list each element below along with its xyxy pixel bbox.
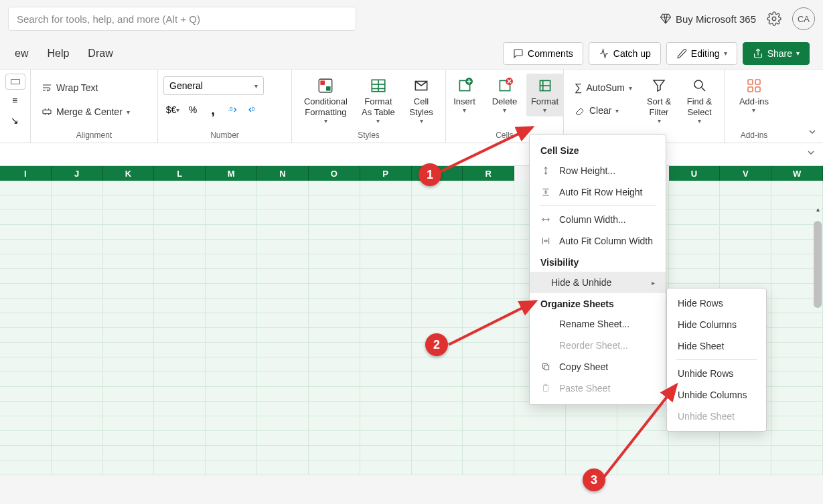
cell[interactable] <box>206 416 257 431</box>
cell[interactable] <box>52 181 103 195</box>
cell[interactable] <box>257 460 309 475</box>
find-select-button[interactable]: Find & Select▾ <box>680 74 719 127</box>
cell[interactable] <box>360 210 412 225</box>
orientation-button[interactable]: ↘ <box>5 111 24 130</box>
cell[interactable] <box>52 446 103 460</box>
accounting-format-button[interactable]: $€▾ <box>163 100 182 119</box>
cell[interactable] <box>103 416 155 431</box>
cell[interactable] <box>669 431 721 446</box>
cell[interactable] <box>257 299 309 313</box>
cell[interactable] <box>257 313 309 328</box>
decrease-decimal-button[interactable]: .0 <box>244 100 263 119</box>
cell[interactable] <box>0 254 52 269</box>
cell[interactable] <box>206 254 257 269</box>
cell[interactable] <box>412 387 463 402</box>
percent-format-button[interactable]: % <box>183 100 202 119</box>
cell[interactable] <box>154 343 206 357</box>
cell[interactable] <box>309 431 360 446</box>
cell[interactable] <box>720 225 771 240</box>
cell[interactable] <box>771 416 823 431</box>
cell[interactable] <box>309 225 360 240</box>
cell[interactable] <box>309 254 360 269</box>
cell[interactable] <box>309 402 360 416</box>
cell[interactable] <box>360 254 412 269</box>
cell[interactable] <box>52 372 103 387</box>
column-header[interactable]: I <box>0 166 52 181</box>
cell[interactable] <box>154 431 206 446</box>
tab-help[interactable]: Help <box>38 42 78 65</box>
cell[interactable] <box>206 181 257 195</box>
cell[interactable] <box>771 313 823 328</box>
cell[interactable] <box>720 195 771 210</box>
cell-styles-button[interactable]: Cell Styles▾ <box>402 74 440 127</box>
cell[interactable] <box>463 460 514 475</box>
cell[interactable] <box>669 269 721 284</box>
cell[interactable] <box>257 416 309 431</box>
cell[interactable] <box>771 181 823 195</box>
cell[interactable] <box>52 402 103 416</box>
cell[interactable] <box>206 210 257 225</box>
formula-bar-expand[interactable] <box>806 147 816 158</box>
column-header[interactable]: R <box>463 166 514 181</box>
cell[interactable] <box>771 387 823 402</box>
scrollbar-thumb[interactable] <box>814 221 822 308</box>
cell[interactable] <box>463 387 514 402</box>
cell[interactable] <box>52 240 103 254</box>
cell[interactable] <box>463 313 514 328</box>
cell[interactable] <box>154 195 206 210</box>
cell[interactable] <box>103 254 155 269</box>
cell[interactable] <box>0 328 52 343</box>
cell[interactable] <box>463 343 514 357</box>
submenu-unhide-rows[interactable]: Unhide Rows <box>667 363 766 384</box>
cell[interactable] <box>0 240 52 254</box>
cell[interactable] <box>669 446 721 460</box>
cell[interactable] <box>463 195 514 210</box>
cell[interactable] <box>617 416 669 431</box>
submenu-unhide-columns[interactable]: Unhide Columns <box>667 384 766 406</box>
cell[interactable] <box>0 431 52 446</box>
cell[interactable] <box>412 225 463 240</box>
account-avatar[interactable]: CA <box>792 7 815 30</box>
menu-column-width[interactable]: Column Width... <box>530 209 666 230</box>
cell[interactable] <box>0 299 52 313</box>
cell[interactable] <box>771 372 823 387</box>
cell[interactable] <box>360 446 412 460</box>
number-format-select[interactable]: General ▾ <box>163 76 264 95</box>
sort-filter-button[interactable]: Sort & Filter▾ <box>640 74 678 127</box>
cell[interactable] <box>154 181 206 195</box>
cell[interactable] <box>412 460 463 475</box>
cell[interactable] <box>206 240 257 254</box>
cell[interactable] <box>103 225 155 240</box>
column-header[interactable]: V <box>720 166 771 181</box>
cell[interactable] <box>154 357 206 372</box>
share-button[interactable]: Share ▾ <box>743 42 810 65</box>
cell[interactable] <box>360 460 412 475</box>
delete-cells-button[interactable]: Delete▾ <box>486 74 524 116</box>
cell[interactable] <box>309 343 360 357</box>
cell[interactable] <box>720 240 771 254</box>
buy-microsoft-365[interactable]: Buy Microsoft 365 <box>660 13 756 25</box>
cell[interactable] <box>52 460 103 475</box>
cell[interactable] <box>257 343 309 357</box>
cell[interactable] <box>360 387 412 402</box>
cell[interactable] <box>154 225 206 240</box>
format-cells-button[interactable]: Format▾ <box>526 74 564 116</box>
cell[interactable] <box>257 372 309 387</box>
cell[interactable] <box>52 299 103 313</box>
cell[interactable] <box>257 254 309 269</box>
cell[interactable] <box>771 328 823 343</box>
cell[interactable] <box>412 313 463 328</box>
cell[interactable] <box>206 446 257 460</box>
cell[interactable] <box>463 181 514 195</box>
cell[interactable] <box>0 460 52 475</box>
submenu-hide-sheet[interactable]: Hide Sheet <box>667 335 766 357</box>
conditional-formatting-button[interactable]: Conditional Formatting▾ <box>297 74 354 127</box>
ribbon-expand-button[interactable] <box>807 127 818 137</box>
cell[interactable] <box>154 240 206 254</box>
cell[interactable] <box>103 313 155 328</box>
cell[interactable] <box>669 225 721 240</box>
insert-cells-button[interactable]: Insert▾ <box>446 74 483 116</box>
cell[interactable] <box>360 357 412 372</box>
cell[interactable] <box>514 431 566 446</box>
tab-view[interactable]: ew <box>5 42 38 65</box>
